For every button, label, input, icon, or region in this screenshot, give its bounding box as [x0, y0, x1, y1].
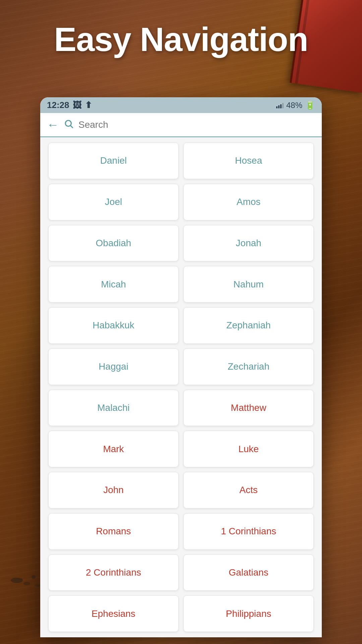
book-button-1-corinthians[interactable]: 1 Corinthians	[183, 513, 314, 550]
book-button-haggai[interactable]: Haggai	[48, 348, 179, 385]
page-title: Easy Navigation	[0, 20, 362, 59]
book-button-hosea[interactable]: Hosea	[183, 143, 314, 179]
battery-icon: 🔋	[305, 101, 315, 110]
book-button-ephesians[interactable]: Ephesians	[48, 595, 179, 632]
book-button-nahum[interactable]: Nahum	[183, 266, 314, 303]
photo-icon: 🖼	[73, 100, 81, 110]
book-button-2-corinthians[interactable]: 2 Corinthians	[48, 554, 179, 591]
book-button-john[interactable]: John	[48, 472, 179, 508]
bluetooth-icon: ⬆	[85, 100, 92, 110]
book-button-jonah[interactable]: Jonah	[183, 225, 314, 262]
book-button-micah[interactable]: Micah	[48, 266, 179, 303]
search-icon	[64, 119, 74, 131]
book-button-acts[interactable]: Acts	[183, 472, 314, 508]
search-input[interactable]	[78, 119, 315, 130]
battery-display: 48%	[286, 101, 302, 110]
book-button-habakkuk[interactable]: Habakkuk	[48, 307, 179, 344]
svg-point-2	[32, 575, 36, 579]
status-bar: 12:28 🖼 ⬆ 48% 🔋	[40, 97, 322, 113]
book-button-luke[interactable]: Luke	[183, 431, 314, 467]
time-display: 12:28	[47, 100, 69, 110]
search-bar: ←	[40, 113, 322, 137]
status-right: 48% 🔋	[276, 101, 315, 110]
book-button-amos[interactable]: Amos	[183, 184, 314, 220]
title-area: Easy Navigation	[0, 20, 362, 59]
svg-line-5	[71, 125, 73, 128]
book-button-mark[interactable]: Mark	[48, 431, 179, 467]
book-button-joel[interactable]: Joel	[48, 184, 179, 220]
book-button-philippians[interactable]: Philippians	[183, 595, 314, 632]
books-grid: DanielHoseaJoelAmosObadiahJonahMicahNahu…	[40, 137, 322, 637]
book-button-romans[interactable]: Romans	[48, 513, 179, 550]
status-left: 12:28 🖼 ⬆	[47, 100, 92, 110]
book-button-malachi[interactable]: Malachi	[48, 390, 179, 426]
svg-point-4	[65, 120, 71, 126]
book-button-zephaniah[interactable]: Zephaniah	[183, 307, 314, 344]
svg-point-0	[11, 578, 23, 583]
book-button-galatians[interactable]: Galatians	[183, 554, 314, 591]
back-button[interactable]: ←	[47, 118, 59, 132]
svg-point-1	[23, 582, 30, 585]
book-button-zechariah[interactable]: Zechariah	[183, 348, 314, 385]
book-button-obadiah[interactable]: Obadiah	[48, 225, 179, 262]
signal-bars	[276, 102, 284, 108]
book-button-daniel[interactable]: Daniel	[48, 143, 179, 179]
book-button-matthew[interactable]: Matthew	[183, 390, 314, 426]
phone-mockup: 12:28 🖼 ⬆ 48% 🔋 ← DanielHoseaJoelAmosOba…	[40, 97, 322, 637]
ink-splatter-decoration	[10, 570, 44, 590]
